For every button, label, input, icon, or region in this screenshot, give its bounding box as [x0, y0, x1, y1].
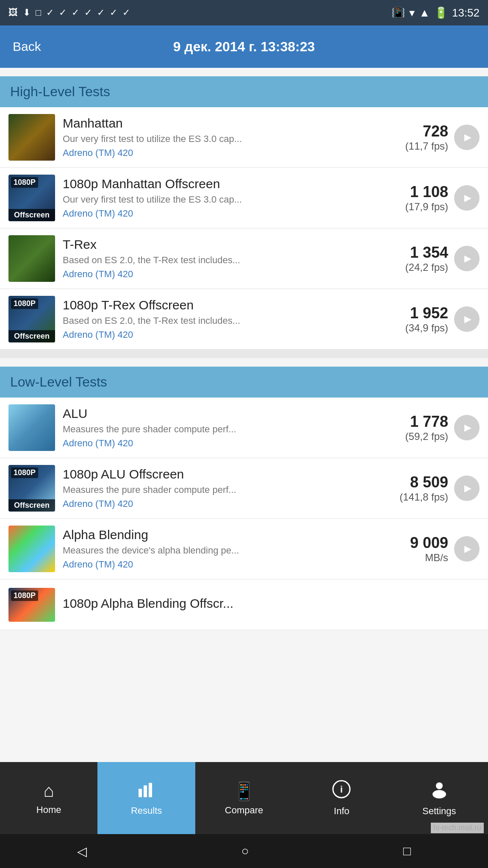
alpha-score: 9 009 MB/s — [363, 534, 448, 564]
svg-text:i: i — [340, 784, 343, 795]
check6-icon: ✓ — [110, 7, 117, 18]
trex-info: T-Rex Based on ES 2.0, the T-Rex test in… — [55, 237, 363, 280]
svg-rect-2 — [149, 783, 152, 797]
alu-off-info: 1080p ALU Offscreen Measures the pure sh… — [55, 467, 363, 510]
manhattan-off-desc: Our very first test to utilize the ES 3.… — [63, 194, 356, 206]
alu-off-gpu: Adreno (TM) 420 — [63, 498, 356, 509]
check5-icon: ✓ — [97, 7, 105, 18]
test-item-manhattan-off[interactable]: 1080P Offscreen 1080p Manhattan Offscree… — [0, 168, 488, 228]
download-icon: ⬇ — [23, 7, 30, 18]
test-item-trex[interactable]: T-Rex Based on ES 2.0, the T-Rex test in… — [0, 228, 488, 289]
svg-rect-1 — [144, 785, 147, 797]
compare-icon: 📱 — [233, 781, 255, 801]
alu-chevron[interactable] — [454, 415, 480, 440]
thumb-trex — [8, 235, 55, 282]
square-icon: □ — [36, 7, 41, 18]
alpha-desc: Measures the device's alpha blending pe.… — [63, 545, 356, 557]
nav-compare[interactable]: 📱 Compare — [195, 762, 293, 834]
status-right: 📳 ▾ ▲ 🔋 13:52 — [391, 6, 480, 19]
battery-icon: 🔋 — [434, 6, 448, 19]
manhattan-off-name: 1080p Manhattan Offscreen — [63, 177, 356, 191]
offscreen-badge-trex: Offscreen — [8, 330, 55, 342]
trex-off-score: 1 952 (34,9 fps) — [363, 304, 448, 334]
thumb-alu — [8, 404, 55, 451]
manhattan-info: Manhattan Our very first test to utilize… — [55, 116, 363, 159]
trex-off-chevron[interactable] — [454, 306, 480, 332]
trex-chevron[interactable] — [454, 246, 480, 271]
trex-gpu: Adreno (TM) 420 — [63, 269, 356, 280]
test-item-alu-off[interactable]: 1080P Offscreen 1080p ALU Offscreen Meas… — [0, 458, 488, 519]
thumb-manhattan — [8, 114, 55, 161]
alu-off-name: 1080p ALU Offscreen — [63, 467, 356, 481]
nav-info[interactable]: i Info — [293, 762, 390, 834]
thumb-alpha — [8, 526, 55, 572]
test-item-alpha-off[interactable]: 1080P 1080p Alpha Blending Offscr... — [0, 579, 488, 630]
manhattan-desc: Our very first test to utilize the ES 3.… — [63, 133, 356, 145]
alu-desc: Measures the pure shader compute perf... — [63, 423, 356, 436]
manhattan-off-info: 1080p Manhattan Offscreen Our very first… — [55, 177, 363, 220]
wifi-icon: ▾ — [409, 6, 415, 19]
back-nav-btn[interactable]: ◁ — [77, 844, 87, 859]
vibrate-icon: 📳 — [391, 6, 405, 19]
home-nav-btn[interactable]: ○ — [241, 844, 249, 858]
low-level-section-header: Low-Level Tests — [0, 367, 488, 398]
p1080-badge: 1080P — [11, 177, 38, 188]
status-bar: 🖼 ⬇ □ ✓ ✓ ✓ ✓ ✓ ✓ ✓ 📳 ▾ ▲ 🔋 13:52 — [0, 0, 488, 25]
manhattan-off-score: 1 108 (17,9 fps) — [363, 183, 448, 213]
trex-off-desc: Based on ES 2.0, the T-Rex test includes… — [63, 315, 356, 327]
photo-icon: 🖼 — [8, 7, 18, 18]
alu-info: ALU Measures the pure shader compute per… — [55, 406, 363, 449]
sys-nav-bar: ◁ ○ □ — [0, 834, 488, 868]
settings-label: Settings — [422, 806, 456, 817]
manhattan-off-gpu: Adreno (TM) 420 — [63, 208, 356, 219]
compare-label: Compare — [225, 805, 263, 816]
header-title: 9 дек. 2014 г. 13:38:23 — [173, 39, 315, 55]
alpha-name: Alpha Blending — [63, 528, 356, 542]
trex-name: T-Rex — [63, 237, 356, 252]
test-item-alu[interactable]: ALU Measures the pure shader compute per… — [0, 398, 488, 458]
nav-results[interactable]: Results — [97, 762, 195, 834]
back-button[interactable]: Back — [13, 39, 41, 54]
p1080-badge-alu: 1080P — [11, 467, 38, 478]
alpha-chevron[interactable] — [454, 536, 480, 562]
offscreen-badge-alu: Offscreen — [8, 499, 55, 512]
alpha-off-info: 1080p Alpha Blending Offscr... — [55, 596, 480, 613]
alu-score: 1 778 (59,2 fps) — [363, 413, 448, 442]
svg-rect-0 — [139, 789, 142, 797]
thumb-trex-off: 1080P Offscreen — [8, 296, 55, 342]
trex-off-gpu: Adreno (TM) 420 — [63, 329, 356, 340]
alu-name: ALU — [63, 406, 356, 421]
nav-home[interactable]: ⌂ Home — [0, 762, 97, 834]
trex-score: 1 354 (24,2 fps) — [363, 244, 448, 273]
results-label: Results — [131, 805, 162, 816]
manhattan-gpu: Adreno (TM) 420 — [63, 147, 356, 159]
alpha-gpu: Adreno (TM) 420 — [63, 559, 356, 570]
manhattan-chevron[interactable] — [454, 125, 480, 150]
alu-gpu: Adreno (TM) 420 — [63, 438, 356, 449]
results-icon — [138, 780, 155, 802]
thumb-alpha-off: 1080P — [8, 588, 55, 622]
test-item-trex-off[interactable]: 1080P Offscreen 1080p T-Rex Offscreen Ba… — [0, 289, 488, 350]
test-item-manhattan[interactable]: Manhattan Our very first test to utilize… — [0, 107, 488, 168]
header: Back 9 дек. 2014 г. 13:38:23 — [0, 25, 488, 68]
section-spacer — [0, 350, 488, 358]
thumb-manhattan-off: 1080P Offscreen — [8, 175, 55, 221]
offscreen-badge: Offscreen — [8, 209, 55, 221]
bottom-nav: ⌂ Home Results 📱 Compare i Info — [0, 762, 488, 834]
info-icon: i — [332, 780, 351, 802]
home-label: Home — [36, 804, 61, 815]
high-level-section-header: High-Level Tests — [0, 76, 488, 107]
check2-icon: ✓ — [59, 7, 67, 18]
check3-icon: ✓ — [72, 7, 79, 18]
trex-off-info: 1080p T-Rex Offscreen Based on ES 2.0, t… — [55, 298, 363, 341]
p1080-badge-alpha: 1080P — [11, 590, 38, 601]
test-item-alpha[interactable]: Alpha Blending Measures the device's alp… — [0, 519, 488, 579]
recents-nav-btn[interactable]: □ — [403, 844, 411, 858]
manhattan-score: 728 (11,7 fps) — [363, 122, 448, 152]
manhattan-off-chevron[interactable] — [454, 185, 480, 211]
svg-point-6 — [433, 790, 446, 798]
check7-icon: ✓ — [122, 7, 130, 18]
alu-off-chevron[interactable] — [454, 476, 480, 501]
alu-off-score: 8 509 (141,8 fps) — [363, 473, 448, 503]
settings-person-icon — [430, 780, 449, 802]
